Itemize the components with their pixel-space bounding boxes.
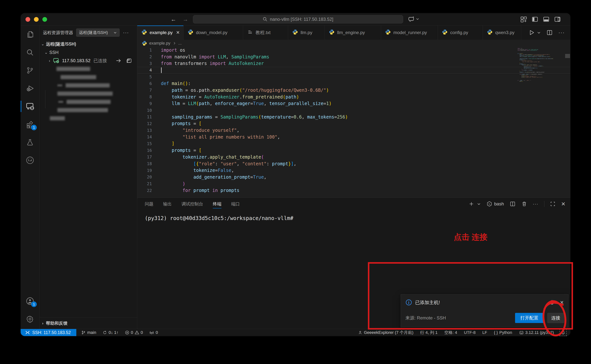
python-interpreter-status[interactable]: 3.12.11 (py312) xyxy=(519,330,554,335)
terminal-prompt[interactable]: (py312) root@40d33d5c10c5:/workspace/nan… xyxy=(137,210,570,221)
breadcrumb[interactable]: example.py ... xyxy=(137,40,570,47)
code-editor[interactable]: 1import os2from nanovllm import LLM, Sam… xyxy=(137,47,570,198)
code-line-8[interactable]: 8 tokenizer = AutoTokenizer.from_pretrai… xyxy=(137,94,570,100)
minimap[interactable]: import osfrom nanovllm import LLM, Sampl… xyxy=(517,48,564,82)
split-editor-icon[interactable] xyxy=(546,29,553,36)
nav-forward-icon[interactable]: → xyxy=(183,16,188,22)
maximize-panel-icon[interactable] xyxy=(550,201,556,207)
remote-status-badge[interactable]: SSH: 117.50.183.52 xyxy=(21,329,76,336)
tree-item-ssh[interactable]: ⌄ SSH xyxy=(40,48,137,57)
connect-new-window-icon[interactable] xyxy=(126,58,132,64)
code-line-12[interactable]: 12 prompts = [ xyxy=(137,120,570,127)
tree-item-redacted[interactable] xyxy=(40,73,137,81)
sidebar-item-github[interactable] xyxy=(21,151,39,169)
code-line-16[interactable]: 16 prompts = [ xyxy=(137,147,570,154)
zoom-window-button[interactable] xyxy=(42,17,47,22)
nav-back-icon[interactable]: ← xyxy=(171,16,176,22)
code-line-15[interactable]: 15 ] xyxy=(137,140,570,147)
code-line-21[interactable]: 21 ) xyxy=(137,181,570,187)
terminal-instance-bash[interactable]: bash xyxy=(486,201,504,207)
code-line-5[interactable]: 5 xyxy=(137,74,570,80)
code-line-1[interactable]: 1import os xyxy=(137,47,570,53)
code-line-14[interactable]: 14 "list all prime numbers within 100", xyxy=(137,134,570,140)
remote-mode-dropdown[interactable]: 远程(隧道/SSH) xyxy=(76,28,120,37)
help-feedback-section[interactable]: › 帮助和反馈 xyxy=(40,319,137,327)
minimize-window-button[interactable] xyxy=(34,17,39,22)
code-line-13[interactable]: 13 "introduce yourself", xyxy=(137,127,570,134)
code-line-20[interactable]: 20 add_generation_prompt=True, xyxy=(137,174,570,181)
problems-status[interactable]: 0 0 xyxy=(125,330,143,335)
code-line-4[interactable]: 4 xyxy=(137,67,570,74)
sidebar-more-actions[interactable]: ··· xyxy=(123,30,129,36)
toggle-sidebar-icon[interactable] xyxy=(532,16,538,22)
panel-tab-输出[interactable]: 输出 xyxy=(163,198,172,210)
sidebar-item-extensions[interactable]: 1 xyxy=(21,115,39,133)
connect-host-icon[interactable] xyxy=(115,58,122,64)
run-python-file-icon[interactable] xyxy=(528,29,535,36)
copilot-button[interactable] xyxy=(408,16,419,22)
code-line-11[interactable]: 11 sampling_params = SamplingParams(temp… xyxy=(137,114,570,120)
tab-llm_engine-py[interactable]: llm_engine.py xyxy=(325,26,381,40)
tree-item-redacted[interactable] xyxy=(40,98,137,106)
editor-more-actions[interactable]: ··· xyxy=(558,30,565,36)
sidebar-item-explorer[interactable] xyxy=(21,26,39,43)
tab-down_model-py[interactable]: down_model.py xyxy=(184,26,243,40)
split-terminal-icon[interactable] xyxy=(510,201,516,207)
tree-item-host[interactable]: › 117.50.183.52 已连接 xyxy=(40,57,137,65)
toggle-panel-icon[interactable] xyxy=(543,16,549,22)
terminal-dropdown-icon[interactable] xyxy=(477,202,481,206)
tree-item-redacted[interactable] xyxy=(40,114,137,123)
code-line-9[interactable]: 9 llm = LLM(path, enforce_eager=True, te… xyxy=(137,100,570,107)
tab--txt[interactable]: 教程.txt xyxy=(243,26,288,40)
accounts-button[interactable]: 1 xyxy=(21,292,39,310)
close-panel-icon[interactable]: ✕ xyxy=(561,201,565,207)
tree-item-redacted[interactable] xyxy=(40,90,137,98)
toggle-secondary-sidebar-icon[interactable] xyxy=(554,16,561,22)
settings-button[interactable] xyxy=(21,310,39,328)
panel-tab-调试控制台[interactable]: 调试控制台 xyxy=(181,198,203,210)
tab-config-py[interactable]: config.py xyxy=(438,26,483,40)
sidebar-item-run-debug[interactable] xyxy=(21,79,39,97)
new-terminal-icon[interactable] xyxy=(468,201,474,207)
tree-item-redacted[interactable] xyxy=(40,65,137,73)
sidebar-item-remote-explorer[interactable] xyxy=(21,97,39,115)
tab-example-py[interactable]: example.py✕ xyxy=(137,26,184,40)
language-mode-status[interactable]: { } Python xyxy=(494,330,512,335)
notifications-bell[interactable] xyxy=(561,330,565,335)
close-tab-icon[interactable]: ✕ xyxy=(176,30,180,35)
editor-scrollbar[interactable] xyxy=(565,54,570,58)
tree-item-redacted[interactable] xyxy=(40,81,137,90)
eol-status[interactable]: LF xyxy=(483,330,487,335)
tab-llm-py[interactable]: llm.py xyxy=(288,26,325,40)
panel-tab-问题[interactable]: 问题 xyxy=(145,198,153,210)
code-line-19[interactable]: 19 tokenize=False, xyxy=(137,167,570,174)
code-line-3[interactable]: 3from transformers import AutoTokenizer xyxy=(137,60,570,67)
close-window-button[interactable] xyxy=(26,17,30,22)
git-blame-status[interactable]: GeeeekExplorer (7 个月前) xyxy=(358,330,413,335)
code-line-18[interactable]: 18 [{"role": "user", "content": prompt}]… xyxy=(137,161,570,167)
customize-layout-icon[interactable] xyxy=(521,16,527,22)
run-dropdown-icon[interactable] xyxy=(537,31,541,34)
code-line-22[interactable]: 22 for prompt in prompts xyxy=(137,187,570,194)
tree-item-redacted[interactable] xyxy=(40,106,137,114)
sidebar-item-search[interactable] xyxy=(21,43,39,61)
panel-more-actions[interactable]: ··· xyxy=(533,201,538,207)
git-branch-status[interactable]: main xyxy=(81,330,96,335)
code-line-17[interactable]: 17 tokenizer.apply_chat_template( xyxy=(137,154,570,161)
sidebar-item-source-control[interactable] xyxy=(21,61,39,79)
code-line-6[interactable]: 6def main(): xyxy=(137,80,570,87)
git-sync-status[interactable]: 0↓ 1↑ xyxy=(103,330,119,335)
panel-tab-终端[interactable]: 终端 xyxy=(213,198,222,210)
indentation-status[interactable]: 空格: 4 xyxy=(444,330,457,335)
panel-tab-端口[interactable]: 端口 xyxy=(231,198,240,210)
sidebar-item-testing[interactable] xyxy=(21,133,39,151)
command-center[interactable]: nano-vllm [SSH: 117.50.183.52] xyxy=(193,15,403,23)
code-line-2[interactable]: 2from nanovllm import LLM, SamplingParam… xyxy=(137,53,570,60)
cursor-position-status[interactable]: 行 4, 列 1 xyxy=(420,330,438,335)
tree-section-remote[interactable]: ⌄ 远程(隧道/SSH) xyxy=(40,40,137,48)
code-line-10[interactable]: 10 xyxy=(137,107,570,114)
encoding-status[interactable]: UTF-8 xyxy=(464,330,476,335)
tab-model_runner-py[interactable]: model_runner.py xyxy=(381,26,438,40)
kill-terminal-icon[interactable] xyxy=(521,201,527,207)
forwarded-ports-status[interactable]: 0 xyxy=(149,330,158,335)
